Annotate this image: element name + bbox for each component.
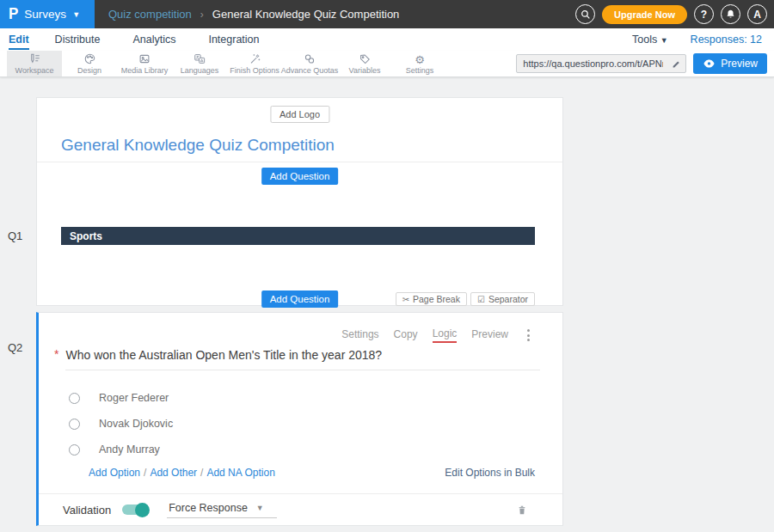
workspace-icon <box>28 52 41 65</box>
toolbar-item-label: Finish Options <box>230 66 280 75</box>
question-text[interactable]: Who won the Australian Open Men's Title … <box>65 348 540 370</box>
validation-label: Validation <box>63 504 111 517</box>
add-other-link[interactable]: Add Other <box>150 467 197 479</box>
question-number-q2: Q2 <box>8 341 22 354</box>
option-links: Add Option/Add Other/Add NA Option <box>89 467 275 479</box>
answer-option-label[interactable]: Andy Murray <box>99 443 160 456</box>
chevron-down-icon: ▼ <box>72 10 80 19</box>
eye-icon <box>703 58 716 69</box>
edit-options-in-bulk-link[interactable]: Edit Options in Bulk <box>445 467 535 479</box>
checkbox-icon: ☑ <box>477 295 485 304</box>
survey-title[interactable]: General Knowledge Quiz Competition <box>61 136 335 155</box>
radio-icon[interactable] <box>69 393 80 404</box>
add-question-button-bottom[interactable]: Add Question <box>261 290 339 308</box>
surveys-menu-label: Surveys <box>24 8 66 21</box>
topbar-actions: Upgrade Now ? A <box>575 4 774 24</box>
validation-toggle[interactable] <box>122 504 148 515</box>
section-header-sports[interactable]: Sports <box>61 227 535 245</box>
card1-bottom-row: Add Question ✂ Page Break ☑ Separator <box>37 290 562 307</box>
question-action-menu: Settings Copy Logic Preview <box>341 327 531 343</box>
survey-url-input[interactable] <box>517 58 666 69</box>
page-break-label: Page Break <box>413 294 460 304</box>
separator-button[interactable]: ☑ Separator <box>470 292 535 306</box>
delete-question-button[interactable] <box>516 504 528 517</box>
gear-icon: ⚙ <box>415 52 425 65</box>
force-response-select[interactable]: Force Response ▼ <box>167 502 277 518</box>
search-button[interactable] <box>575 4 595 24</box>
responses-link[interactable]: Responses: 12 <box>691 34 762 46</box>
radio-icon[interactable] <box>69 419 80 430</box>
scissors-icon: ✂ <box>402 295 409 304</box>
edit-url-button[interactable] <box>666 55 685 72</box>
survey-url-box <box>516 54 686 73</box>
chevron-down-icon: ▼ <box>256 504 264 512</box>
answer-option-row[interactable]: Andy Murray <box>69 443 160 456</box>
tab-analytics[interactable]: Analytics <box>132 30 175 50</box>
separator-label: Separator <box>488 294 528 304</box>
toolbar-item-design[interactable]: Design <box>62 51 117 76</box>
toolbar-item-finish-options[interactable]: Finish Options <box>227 51 282 76</box>
palette-icon <box>83 52 96 65</box>
question-logic-link[interactable]: Logic <box>433 327 458 343</box>
add-na-option-link[interactable]: Add NA Option <box>206 467 274 479</box>
nav-tabs-row: Edit Distribute Analytics Integration To… <box>0 28 774 51</box>
answer-option-label[interactable]: Novak Djokovic <box>99 418 173 430</box>
toolbar-item-media-library[interactable]: Media Library <box>117 51 172 76</box>
add-option-link[interactable]: Add Option <box>89 467 140 479</box>
toolbar-item-workspace[interactable]: Workspace <box>7 51 62 76</box>
toolbar-item-label: Variables <box>349 66 381 75</box>
upgrade-button[interactable]: Upgrade Now <box>602 5 687 24</box>
toolbar-item-label: Advance Quotas <box>281 66 339 75</box>
add-question-button-top[interactable]: Add Question <box>261 168 339 185</box>
tab-distribute[interactable]: Distribute <box>55 30 101 50</box>
question-card-q2: Settings Copy Logic Preview *Who won the… <box>36 312 563 526</box>
question-copy-link[interactable]: Copy <box>394 328 418 342</box>
preview-button[interactable]: Preview <box>693 53 767 74</box>
breadcrumb: Quiz competition › General Knowledge Qui… <box>108 8 399 21</box>
radio-icon[interactable] <box>69 444 80 456</box>
question-settings-link[interactable]: Settings <box>341 328 378 342</box>
toolbar-item-label: Languages <box>181 66 219 75</box>
trash-icon <box>516 504 528 517</box>
preview-label: Preview <box>721 58 758 70</box>
kebab-menu-icon[interactable] <box>525 327 531 343</box>
surveys-menu[interactable]: P Surveys ▼ <box>0 0 95 28</box>
break-buttons: ✂ Page Break ☑ Separator <box>396 292 535 306</box>
toggle-knob <box>135 503 150 517</box>
answer-option-row[interactable]: Novak Djokovic <box>69 418 173 430</box>
answer-option-row[interactable]: Roger Federer <box>69 392 169 404</box>
survey-editor-canvas: Q1 Q2 Add Logo General Knowledge Quiz Co… <box>0 77 774 532</box>
questionpro-logo-icon: P <box>9 7 18 22</box>
tools-menu[interactable]: Tools ▼ <box>632 34 668 46</box>
answer-option-label[interactable]: Roger Federer <box>99 392 169 404</box>
toolbar-item-label: Workspace <box>15 66 54 75</box>
nav-right: Tools ▼ Responses: 12 <box>632 34 765 46</box>
bell-icon <box>725 9 736 20</box>
search-icon <box>580 9 592 21</box>
notifications-button[interactable] <box>721 4 740 24</box>
avatar[interactable]: A <box>747 4 767 24</box>
chevron-down-icon: ▼ <box>660 36 668 45</box>
question-number-q1: Q1 <box>8 229 22 242</box>
quota-links-icon <box>303 52 316 65</box>
link-separator: / <box>144 467 146 479</box>
breadcrumb-parent[interactable]: Quiz competition <box>108 8 192 21</box>
toolbar-item-label: Design <box>77 66 101 75</box>
tab-integration[interactable]: Integration <box>208 30 259 50</box>
question-preview-link[interactable]: Preview <box>471 328 508 342</box>
survey-header-card: Add Logo General Knowledge Quiz Competit… <box>36 97 563 306</box>
toolbar-right: Preview <box>516 51 774 76</box>
validation-bar: Validation Force Response ▼ <box>39 493 562 525</box>
breadcrumb-separator-icon: › <box>200 9 204 21</box>
tab-edit[interactable]: Edit <box>9 30 29 50</box>
toolbar-item-settings[interactable]: ⚙ Settings <box>392 51 447 76</box>
magic-wand-icon <box>249 52 261 65</box>
page-break-button[interactable]: ✂ Page Break <box>396 292 467 306</box>
toolbar-item-variables[interactable]: Variables <box>337 51 392 76</box>
toolbar-item-label: Media Library <box>121 66 169 75</box>
question-text-row: *Who won the Australian Open Men's Title… <box>54 347 550 370</box>
toolbar-item-advance-quotas[interactable]: Advance Quotas <box>282 51 337 76</box>
help-button[interactable]: ? <box>694 4 714 24</box>
add-logo-button[interactable]: Add Logo <box>270 106 329 123</box>
toolbar-item-languages[interactable]: Languages <box>172 51 227 76</box>
